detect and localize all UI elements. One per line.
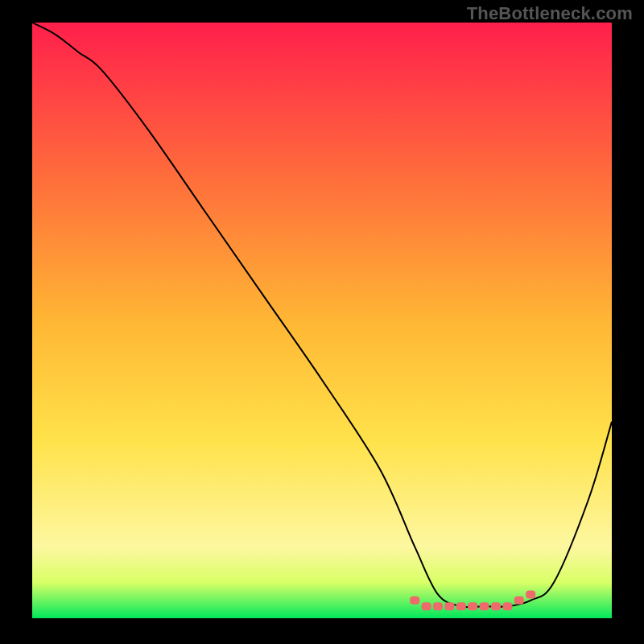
heat-background — [32, 23, 612, 618]
chart-svg — [32, 23, 612, 618]
marker-dot — [422, 602, 431, 610]
marker-dot — [444, 602, 454, 610]
marker-dot — [480, 602, 489, 610]
marker-dot — [456, 602, 466, 610]
marker-dot — [526, 590, 535, 598]
marker-dot — [433, 602, 443, 610]
marker-dot — [502, 602, 512, 610]
marker-dot — [514, 597, 524, 605]
marker-dot — [410, 597, 419, 605]
marker-dot — [468, 602, 477, 610]
chart-frame: TheBottleneck.com — [0, 0, 644, 644]
plot-area — [32, 23, 612, 618]
watermark-text: TheBottleneck.com — [467, 3, 633, 24]
marker-dot — [491, 602, 501, 610]
